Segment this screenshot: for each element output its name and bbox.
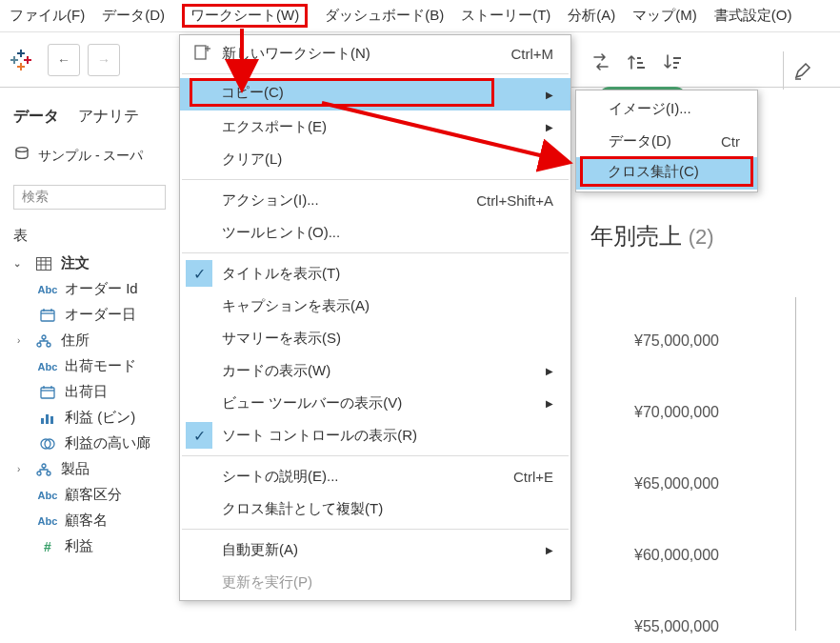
Abc-icon: Abc [36,361,59,372]
field-製品[interactable]: ›製品 [4,456,175,482]
field-label: 顧客名 [65,512,170,530]
field-顧客名[interactable]: Abc顧客名 [4,508,175,533]
bin-icon [36,412,59,425]
menu-file[interactable]: ファイル(F) [10,7,85,25]
menu-new-worksheet[interactable]: 新しいワークシート(N) Ctrl+M [180,37,570,70]
svg-point-25 [37,343,41,347]
field-顧客区分[interactable]: Abc顧客区分 [4,482,175,508]
expand-icon: › [13,335,27,346]
worksheet-title: 年別売上 (2) [590,221,714,251]
date-icon [36,386,59,399]
datasource-item[interactable]: サンプル - スーパ [0,136,179,171]
menu-worksheet[interactable]: ワークシート(W) [182,4,308,28]
menu-describe-sheet[interactable]: シートの説明(E)... Ctrl+E [180,460,570,492]
hier-icon [32,463,55,476]
submenu-arrow-icon: ▶ [517,545,553,555]
field-label: 利益 [65,537,170,555]
svg-point-38 [47,472,50,475]
copy-submenu: イメージ(I)... データ(D) Ctr クロス集計(C) クロス集計(C) [575,90,758,192]
y-tick: ¥55,000,000 [634,591,719,643]
menu-show-caption[interactable]: キャプションを表示(A) [180,290,570,322]
menu-show-summary[interactable]: サマリーを表示(S) [180,322,570,354]
svg-rect-32 [46,414,49,424]
datasource-icon [13,146,30,166]
svg-rect-13 [673,67,677,69]
menu-copy[interactable]: コピー(C) コピー(C) ▶ [180,78,570,111]
forward-button[interactable]: → [88,44,120,76]
svg-rect-12 [673,62,679,64]
field-label: 住所 [61,332,170,350]
menu-show-cards[interactable]: カードの表示(W) ▶ [180,354,570,387]
set-icon [36,437,59,451]
field-オーダー日[interactable]: オーダー日 [4,302,175,328]
submenu-arrow-icon: ▶ [517,398,553,409]
sort-asc-icon[interactable] [627,51,648,75]
menu-action[interactable]: アクション(I)... Ctrl+Shift+A [180,184,570,216]
svg-point-36 [42,464,46,468]
expand-icon: › [13,464,27,474]
orders-table[interactable]: ⌄ 注文 [4,251,175,276]
submenu-crosstab[interactable]: クロス集計(C) クロス集計(C) [576,157,757,190]
field-利益[interactable]: #利益 [4,533,175,559]
search-placeholder: 検索 [22,189,49,206]
tables-section-label: 表 [0,213,179,251]
field-出荷日[interactable]: 出荷日 [4,379,175,405]
menu-analysis[interactable]: 分析(A) [568,7,615,25]
menu-export[interactable]: エクスポート(E) ▶ [180,111,570,143]
y-tick: ¥65,000,000 [634,448,719,519]
field-オーダー Id[interactable]: Abcオーダー Id [4,276,175,302]
submenu-arrow-icon: ▶ [517,366,553,376]
svg-rect-10 [637,67,645,69]
menu-auto-update[interactable]: 自動更新(A) ▶ [180,533,570,566]
table-icon [32,257,55,271]
svg-rect-39 [195,46,206,59]
menu-data[interactable]: データ(D) [102,7,165,25]
menu-duplicate-crosstab[interactable]: クロス集計として複製(T) [180,492,570,525]
y-tick: ¥70,000,000 [634,376,719,448]
svg-rect-33 [50,416,53,424]
svg-rect-20 [41,311,54,321]
svg-rect-31 [41,418,44,424]
sidebar: データ アナリテ サンプル - スーパ 検索 表 ⌄ 注文 Abcオーダー Id… [0,88,179,559]
y-axis-labels: ¥75,000,000 ¥70,000,000 ¥65,000,000 ¥60,… [634,305,719,643]
menu-story[interactable]: ストーリー(T) [461,7,550,25]
menu-dashboard[interactable]: ダッシュボード(B) [325,7,444,25]
field-住所[interactable]: ›住所 [4,328,175,353]
field-label: オーダー Id [65,280,170,298]
hash-icon: # [36,539,59,554]
svg-point-14 [16,148,28,152]
field-label: 利益 (ビン) [65,409,170,427]
Abc-icon: Abc [36,490,59,501]
sort-desc-icon[interactable] [663,51,684,75]
search-input[interactable]: 検索 [13,185,166,210]
tab-analytics[interactable]: アナリテ [78,107,139,127]
date-icon [36,309,59,322]
field-利益 (ビン)[interactable]: 利益 (ビン) [4,405,175,431]
tab-data[interactable]: データ [13,107,59,127]
submenu-arrow-icon: ▶ [517,122,553,132]
svg-rect-9 [637,62,643,64]
submenu-image[interactable]: イメージ(I)... [576,92,757,125]
menu-format[interactable]: 書式設定(O) [714,7,792,25]
menu-tooltip[interactable]: ツールヒント(O)... [180,216,570,249]
menu-show-viewtoolbar[interactable]: ビュー ツールバーの表示(V) ▶ [180,387,570,419]
field-出荷モード[interactable]: Abc出荷モード [4,353,175,379]
submenu-arrow-icon: ▶ [517,90,553,100]
field-label: 製品 [61,460,170,478]
datasource-label: サンプル - スーパ [38,148,143,165]
check-icon: ✓ [186,260,212,287]
field-利益の高い廊[interactable]: 利益の高い廊 [4,431,175,456]
field-label: 利益の高い廊 [65,434,170,452]
menu-clear[interactable]: クリア(L) ▶ [180,143,570,175]
highlight-icon[interactable] [783,51,821,90]
menu-show-title[interactable]: ✓ タイトルを表示(T) [180,257,570,290]
menu-map[interactable]: マップ(M) [632,7,697,25]
swap-icon[interactable] [590,51,611,75]
menu-show-sort-controls[interactable]: ✓ ソート コントロールの表示(R) [180,419,570,452]
submenu-arrow-icon: ▶ [517,154,553,165]
submenu-data[interactable]: データ(D) Ctr [576,125,757,157]
y-tick: ¥75,000,000 [634,305,719,376]
y-tick: ¥60,000,000 [634,519,719,591]
svg-rect-15 [37,257,51,270]
back-button[interactable]: ← [48,44,80,76]
